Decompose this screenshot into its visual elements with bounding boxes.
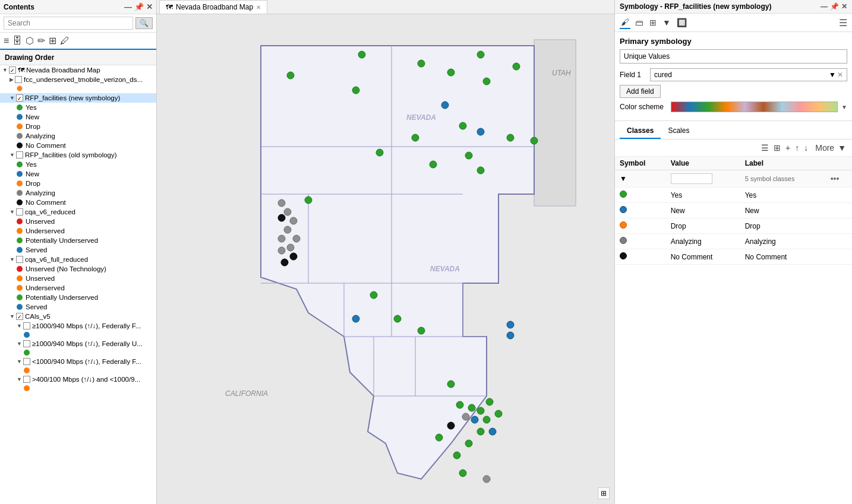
sym-symbol-cell-analyzing[interactable]	[615, 234, 666, 249]
svg-point-64	[468, 404, 475, 411]
expand-arrow: ▼	[2, 67, 8, 73]
layer-rfp-new[interactable]: ▼ RFP_facilities (new symbology)	[0, 93, 156, 103]
layer-checkbox[interactable]	[23, 376, 30, 383]
contents-scroll[interactable]: ▼ 🗺 Nevada Broadband Map ▶ fcc_underserv…	[0, 65, 156, 504]
search-input[interactable]	[4, 17, 133, 30]
layer-checkbox[interactable]	[23, 322, 30, 329]
layer-checkbox[interactable]	[16, 208, 23, 215]
layer-group-nevada[interactable]: ▼ 🗺 Nevada Broadband Map	[0, 65, 156, 75]
sym-header-icons: — 📌 ✕	[821, 2, 847, 11]
search-button[interactable]: 🔍	[135, 17, 153, 29]
legend-served: Served	[0, 245, 156, 255]
legend-dot	[17, 294, 23, 300]
layer-cals-400[interactable]: ▼ >400/100 Mbps (↑/↓) and <1000/9...	[0, 375, 156, 384]
layer-cals-1000fed[interactable]: ▼ ≥1000/940 Mbps (↑/↓), Federally F...	[0, 321, 156, 331]
layer-label: cqa_v6_reduced	[25, 208, 75, 215]
layer-fcc[interactable]: ▶ fcc_underserved_tmobile_verizon_ds...	[0, 75, 156, 84]
sym-expand-arrow-cell[interactable]: ▼	[615, 170, 666, 188]
sym-close-icon[interactable]: ✕	[841, 2, 847, 11]
legend-old-no-comment: No Comment	[0, 198, 156, 207]
layer-checkbox[interactable]	[23, 358, 30, 365]
layer-checkbox[interactable]	[16, 94, 23, 102]
layer-checkbox[interactable]	[16, 256, 23, 263]
sym-value-no-comment: No Comment	[666, 249, 740, 265]
legend-dot	[17, 199, 23, 205]
layer-cqa-full[interactable]: ▼ cqa_v6_full_reduced	[0, 255, 156, 264]
database-icon[interactable]: 🗄	[12, 36, 22, 46]
sym-tab-classes[interactable]: Classes	[620, 123, 661, 139]
expand-arrow: ▶	[10, 77, 14, 83]
sym-add-icon[interactable]: +	[784, 142, 791, 154]
sym-grid-icon[interactable]: ⊞	[772, 142, 782, 154]
sym-classes-toolbar: ☰ ⊞ + ↑ ↓ More ▼	[615, 140, 852, 157]
map-body[interactable]: UTAH CALIFORNIA	[157, 14, 614, 504]
sym-single-symbol-btn[interactable]: 🖌	[620, 16, 630, 29]
sym-filter-btn[interactable]: ▼	[661, 17, 672, 28]
layer-checkbox[interactable]	[23, 340, 30, 347]
sym-dot-drop	[620, 221, 627, 229]
color-scheme-bar[interactable]	[671, 102, 838, 112]
legend-yes: Yes	[0, 103, 156, 112]
layer-checkbox[interactable]	[16, 151, 23, 159]
legend-cals-blue	[0, 331, 156, 339]
layer-label: ≥1000/940 Mbps (↑/↓), Federally F...	[32, 322, 141, 329]
table-icon[interactable]: ⊞	[49, 35, 56, 46]
sym-minimize-icon[interactable]: —	[821, 2, 828, 11]
map-tab-label: Nevada Broadband Map	[176, 3, 253, 11]
sym-down-icon[interactable]: ↓	[803, 142, 809, 154]
field-dropdown-arrow[interactable]: ▼	[829, 71, 836, 79]
filter-icon[interactable]: ⬡	[26, 35, 34, 46]
legend-dot-drop	[17, 123, 23, 129]
close-panel-icon[interactable]: ✕	[146, 2, 153, 11]
layer-cals[interactable]: ▼ CAls_v5	[0, 312, 156, 321]
sym-symbol-cell-new[interactable]	[615, 203, 666, 218]
sym-value-new: New	[666, 203, 740, 218]
sym-mask-btn[interactable]: 🔲	[676, 17, 688, 28]
svg-point-23	[459, 122, 466, 129]
sym-symbol-cell-no-comment[interactable]	[615, 249, 666, 265]
map-svg-container: UTAH CALIFORNIA	[157, 14, 614, 504]
list-view-icon[interactable]: ≡	[4, 36, 9, 46]
minimize-icon[interactable]: —	[124, 2, 132, 11]
sym-up-icon[interactable]: ↑	[794, 142, 800, 154]
svg-point-54	[293, 235, 300, 242]
sym-more-button[interactable]: More ▼	[814, 142, 847, 154]
sym-vary-btn[interactable]: ⊞	[648, 17, 658, 28]
sym-table-body: ▼ 5 symbol classes ••• Ye	[615, 170, 852, 265]
legend-dot	[17, 228, 23, 234]
svg-point-37	[495, 410, 502, 417]
contents-panel: Contents — 📌 ✕ 🔍 ≡ 🗄 ⬡ ✏ ⊞ 🖊 Drawing Ord…	[0, 0, 157, 504]
map-tab-close[interactable]: ✕	[256, 4, 261, 11]
layer-rfp-old[interactable]: ▼ RFP_facilities (old symbology)	[0, 150, 156, 160]
layer-cals-1000fedu[interactable]: ▼ ≥1000/940 Mbps (↑/↓), Federally U...	[0, 339, 156, 348]
sym-dots-btn[interactable]: •••	[831, 174, 840, 183]
edit-icon[interactable]: ✏	[37, 35, 45, 46]
sym-list-icon[interactable]: ☰	[760, 142, 770, 154]
sketch-icon[interactable]: 🖊	[60, 36, 70, 46]
map-tab[interactable]: 🗺 Nevada Broadband Map ✕	[159, 0, 267, 14]
legend-cals-orange	[0, 366, 156, 375]
layer-checkbox[interactable]	[16, 313, 23, 320]
layer-checkbox[interactable]	[15, 76, 22, 83]
sym-field1-input[interactable]: cured ▼ ✕	[650, 68, 847, 81]
sym-gallery-btn[interactable]: 🗃	[634, 17, 645, 28]
sym-primary-dropdown[interactable]: Unique Values	[620, 49, 847, 64]
legend-cals-orange2	[0, 384, 156, 392]
sym-menu-icon[interactable]: ☰	[839, 17, 847, 28]
all-values-input[interactable]	[671, 173, 712, 184]
layer-cqa-reduced[interactable]: ▼ cqa_v6_reduced	[0, 207, 156, 217]
color-scheme-arrow[interactable]: ▼	[841, 104, 847, 110]
pin-icon[interactable]: 📌	[134, 2, 144, 11]
field-clear-btn[interactable]: ✕	[837, 71, 843, 79]
svg-point-57	[278, 247, 285, 254]
layer-cals-1000f[interactable]: ▼ <1000/940 Mbps (↑/↓), Federally F...	[0, 357, 156, 366]
layer-checkbox[interactable]	[9, 66, 16, 74]
legend-full-potentially: Potentially Underserved	[0, 293, 156, 302]
sym-field-section: Field 1 cured ▼ ✕ Add field Color scheme…	[615, 68, 852, 118]
sym-pin-icon[interactable]: 📌	[830, 2, 839, 11]
sym-primary-label: Primary symbology	[620, 37, 847, 46]
add-field-button[interactable]: Add field	[620, 85, 661, 98]
sym-symbol-cell-drop[interactable]	[615, 218, 666, 234]
sym-tab-scales[interactable]: Scales	[661, 123, 696, 139]
sym-symbol-cell-yes[interactable]	[615, 188, 666, 203]
